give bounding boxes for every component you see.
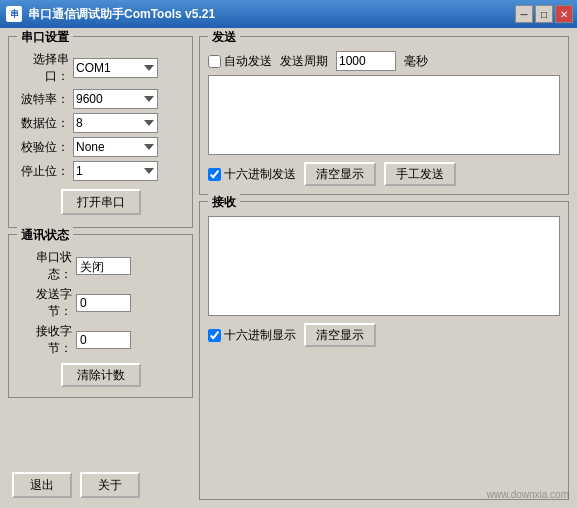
hex-send-label[interactable]: 十六进制发送: [208, 166, 296, 183]
databits-select[interactable]: 8 7 6 5: [73, 113, 158, 133]
port-status-label: 串口状态：: [17, 249, 72, 283]
send-panel-title: 发送: [208, 29, 240, 46]
clear-recv-button[interactable]: 清空显示: [304, 323, 376, 347]
port-status-value: 关闭: [76, 257, 131, 275]
parity-select[interactable]: None Even Odd: [73, 137, 158, 157]
serial-panel-title: 串口设置: [17, 29, 73, 46]
auto-send-label[interactable]: 自动发送: [208, 53, 272, 70]
title-bar: 串 串口通信调试助手ComTools v5.21 ─ □ ✕: [0, 0, 577, 28]
bottom-buttons: 退出 关于: [8, 470, 193, 500]
port-select[interactable]: COM1 COM2 COM3 COM4: [73, 58, 158, 78]
send-bytes-label: 发送字节：: [17, 286, 72, 320]
open-port-button[interactable]: 打开串口: [61, 189, 141, 215]
send-bytes-row: 发送字节： 0: [17, 286, 184, 320]
hex-recv-label[interactable]: 十六进制显示: [208, 327, 296, 344]
send-toolbar: 自动发送 发送周期 毫秒: [208, 51, 560, 71]
serial-settings-panel: 串口设置 选择串口： COM1 COM2 COM3 COM4 波特率： 9600…: [8, 36, 193, 228]
restore-button[interactable]: □: [535, 5, 553, 23]
status-panel-title: 通讯状态: [17, 227, 73, 244]
parity-row: 校验位： None Even Odd: [17, 137, 184, 157]
close-button[interactable]: ✕: [555, 5, 573, 23]
left-column: 串口设置 选择串口： COM1 COM2 COM3 COM4 波特率： 9600…: [8, 36, 193, 418]
app-title: 串口通信调试助手ComTools v5.21: [28, 6, 215, 23]
hex-recv-checkbox[interactable]: [208, 329, 221, 342]
clear-count-button[interactable]: 清除计数: [61, 363, 141, 387]
manual-send-button[interactable]: 手工发送: [384, 162, 456, 186]
send-bottom-toolbar: 十六进制发送 清空显示 手工发送: [208, 162, 560, 186]
port-label: 选择串口：: [17, 51, 69, 85]
right-column: 发送 自动发送 发送周期 毫秒 十六进制发送 清空显示 手工发送: [199, 36, 569, 500]
minimize-button[interactable]: ─: [515, 5, 533, 23]
send-bytes-value: 0: [76, 294, 131, 312]
stopbits-select[interactable]: 1 1.5 2: [73, 161, 158, 181]
parity-label: 校验位：: [17, 139, 69, 156]
baud-label: 波特率：: [17, 91, 69, 108]
stopbits-row: 停止位： 1 1.5 2: [17, 161, 184, 181]
recv-bytes-label: 接收字节：: [17, 323, 72, 357]
exit-button[interactable]: 退出: [12, 472, 72, 498]
databits-row: 数据位： 8 7 6 5: [17, 113, 184, 133]
about-button[interactable]: 关于: [80, 472, 140, 498]
recv-panel: 接收 十六进制显示 清空显示: [199, 201, 569, 500]
app-icon: 串: [6, 6, 22, 22]
title-bar-left: 串 串口通信调试助手ComTools v5.21: [6, 6, 215, 23]
recv-bytes-row: 接收字节： 0: [17, 323, 184, 357]
hex-send-checkbox[interactable]: [208, 168, 221, 181]
port-row: 选择串口： COM1 COM2 COM3 COM4: [17, 51, 184, 85]
auto-send-checkbox[interactable]: [208, 55, 221, 68]
status-panel: 通讯状态 串口状态： 关闭 发送字节： 0 接收字节： 0 清除计数: [8, 234, 193, 398]
period-label: 发送周期: [280, 53, 328, 70]
clear-send-button[interactable]: 清空显示: [304, 162, 376, 186]
port-status-row: 串口状态： 关闭: [17, 249, 184, 283]
recv-bytes-value: 0: [76, 331, 131, 349]
baud-select[interactable]: 9600 115200 19200 38400: [73, 89, 158, 109]
stopbits-label: 停止位：: [17, 163, 69, 180]
ms-label: 毫秒: [404, 53, 428, 70]
title-buttons: ─ □ ✕: [515, 5, 573, 23]
recv-panel-title: 接收: [208, 194, 240, 211]
main-area: 串口设置 选择串口： COM1 COM2 COM3 COM4 波特率： 9600…: [0, 28, 577, 508]
period-input[interactable]: [336, 51, 396, 71]
send-panel: 发送 自动发送 发送周期 毫秒 十六进制发送 清空显示 手工发送: [199, 36, 569, 195]
baud-row: 波特率： 9600 115200 19200 38400: [17, 89, 184, 109]
recv-textarea[interactable]: [208, 216, 560, 316]
send-textarea[interactable]: [208, 75, 560, 155]
recv-bottom-toolbar: 十六进制显示 清空显示: [208, 323, 560, 347]
databits-label: 数据位：: [17, 115, 69, 132]
